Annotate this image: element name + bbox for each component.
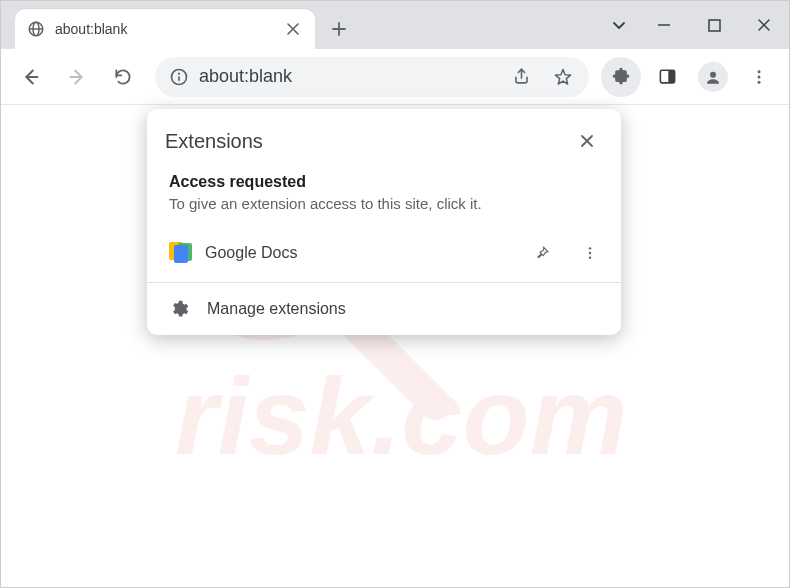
extensions-popup: Extensions Access requested To give an e…	[147, 109, 621, 335]
svg-point-17	[758, 70, 761, 73]
manage-extensions-label: Manage extensions	[207, 300, 346, 318]
svg-text:risk.com: risk.com	[175, 354, 627, 474]
close-tab-button[interactable]	[283, 19, 303, 39]
svg-point-12	[178, 72, 180, 74]
svg-rect-15	[668, 70, 674, 83]
svg-point-18	[758, 75, 761, 78]
globe-icon	[27, 20, 45, 38]
svg-point-19	[758, 80, 761, 83]
extension-more-button[interactable]	[573, 236, 607, 270]
bookmark-button[interactable]	[547, 61, 579, 93]
share-button[interactable]	[505, 61, 537, 93]
site-info-icon[interactable]	[169, 67, 189, 87]
extensions-button[interactable]	[601, 57, 641, 97]
popup-title: Extensions	[165, 130, 571, 153]
extension-row[interactable]: Google Docs	[147, 226, 621, 282]
avatar-icon	[698, 62, 728, 92]
svg-rect-13	[178, 76, 180, 81]
forward-button[interactable]	[57, 57, 97, 97]
google-docs-icon	[169, 242, 191, 264]
gear-icon	[169, 299, 189, 319]
minimize-button[interactable]	[639, 1, 689, 49]
svg-point-16	[710, 71, 716, 77]
extension-name: Google Docs	[205, 244, 511, 262]
reload-button[interactable]	[103, 57, 143, 97]
svg-point-20	[589, 247, 591, 249]
back-button[interactable]	[11, 57, 51, 97]
tab-title: about:blank	[55, 21, 283, 37]
popup-section-description: To give an extension access to this site…	[147, 195, 621, 226]
browser-tab[interactable]: about:blank	[15, 9, 315, 49]
popup-close-button[interactable]	[571, 125, 603, 157]
popup-section-title: Access requested	[147, 163, 621, 195]
url-text: about:blank	[199, 66, 495, 87]
tab-search-button[interactable]	[599, 1, 639, 49]
toolbar: about:blank	[1, 49, 789, 105]
svg-point-22	[589, 256, 591, 258]
address-bar[interactable]: about:blank	[155, 57, 589, 97]
svg-point-21	[589, 252, 591, 254]
profile-button[interactable]	[693, 57, 733, 97]
close-window-button[interactable]	[739, 1, 789, 49]
titlebar: about:blank	[1, 1, 789, 49]
menu-button[interactable]	[739, 57, 779, 97]
manage-extensions-row[interactable]: Manage extensions	[147, 283, 621, 335]
pin-extension-button[interactable]	[525, 236, 559, 270]
window-controls	[599, 1, 789, 49]
svg-rect-8	[709, 20, 720, 31]
maximize-button[interactable]	[689, 1, 739, 49]
new-tab-button[interactable]	[323, 13, 355, 45]
side-panel-button[interactable]	[647, 57, 687, 97]
